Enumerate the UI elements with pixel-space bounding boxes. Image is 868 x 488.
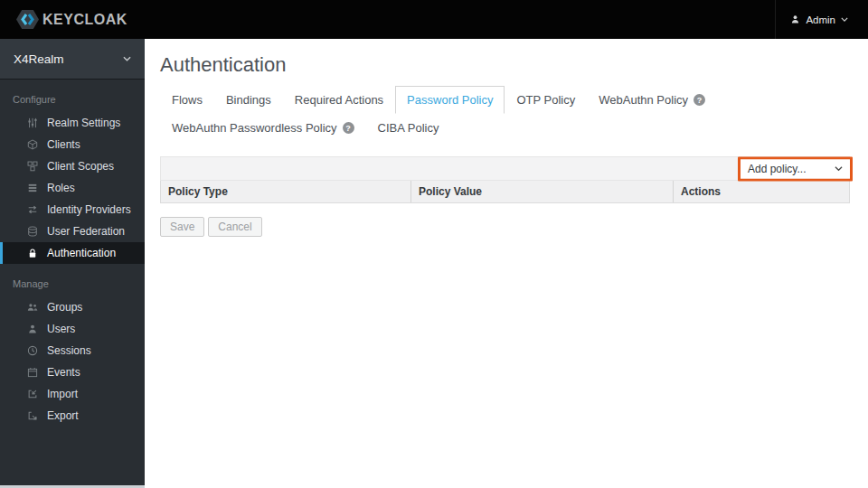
chevron-down-icon xyxy=(841,17,848,22)
cancel-button[interactable]: Cancel xyxy=(208,217,261,237)
cube-icon xyxy=(26,139,39,150)
help-icon[interactable]: ? xyxy=(343,122,354,134)
sidebar-item-label: User Federation xyxy=(47,225,125,238)
keycloak-logo[interactable]: KEYCLOAK xyxy=(0,7,127,32)
sidebar-item-export[interactable]: Export xyxy=(0,405,145,427)
add-policy-select[interactable]: Add policy... xyxy=(741,159,850,178)
sidebar-item-sessions[interactable]: Sessions xyxy=(0,340,145,361)
tab-required-actions[interactable]: Required Actions xyxy=(283,86,395,114)
brand-text: KEYCLOAK xyxy=(42,12,127,28)
tab-label: WebAuthn Policy xyxy=(599,93,688,107)
list-bars-icon xyxy=(26,183,39,193)
sidebar-item-label: Clients xyxy=(47,138,80,151)
sidebar-item-label: Groups xyxy=(47,301,82,314)
column-header-actions: Actions xyxy=(674,181,849,202)
sidebar-item-label: Authentication xyxy=(47,247,116,259)
sidebar-item-identity-providers[interactable]: Identity Providers xyxy=(0,199,145,221)
tab-bindings[interactable]: Bindings xyxy=(214,86,283,114)
chevron-down-icon xyxy=(123,56,131,61)
form-actions: Save Cancel xyxy=(160,217,850,237)
tab-label: Flows xyxy=(172,93,203,107)
import-icon xyxy=(26,389,39,399)
sidebar-section-manage: Manage xyxy=(0,264,145,296)
tab-webauthn-policy[interactable]: WebAuthn Policy ? xyxy=(587,86,717,114)
tab-label: Bindings xyxy=(226,93,271,107)
save-button[interactable]: Save xyxy=(160,217,204,237)
add-policy-highlight: Add policy... xyxy=(738,156,853,181)
add-policy-select-value: Add policy... xyxy=(748,163,806,175)
policy-table-toolbar: Add policy... xyxy=(160,156,850,181)
sidebar-item-users[interactable]: Users xyxy=(0,318,145,340)
tab-ciba-policy[interactable]: CIBA Policy xyxy=(366,114,451,142)
sidebar-item-authentication[interactable]: Authentication xyxy=(0,242,145,264)
sidebar-item-clients[interactable]: Clients xyxy=(0,134,145,155)
tab-label: WebAuthn Passwordless Policy xyxy=(172,121,337,135)
tab-label: CIBA Policy xyxy=(378,121,439,135)
password-policy-panel: Add policy... Policy Type Policy Value A… xyxy=(160,156,850,237)
sidebar-item-label: Realm Settings xyxy=(47,117,120,129)
tab-otp-policy[interactable]: OTP Policy xyxy=(505,86,587,114)
column-header-policy-value: Policy Value xyxy=(411,181,674,202)
tab-label: Required Actions xyxy=(295,93,383,107)
page-body: X4Realm Configure Realm Settings xyxy=(0,39,868,488)
sidebar-item-realm-settings[interactable]: Realm Settings xyxy=(0,112,145,134)
tab-bar: Flows Bindings Required Actions Password… xyxy=(160,86,850,142)
sliders-icon xyxy=(26,117,39,128)
sidebar-item-user-federation[interactable]: User Federation xyxy=(0,221,145,242)
exchange-arrows-icon xyxy=(26,204,39,215)
keycloak-logo-icon xyxy=(15,7,40,32)
sidebar-item-groups[interactable]: Groups xyxy=(0,296,145,318)
sidebar-item-label: Users xyxy=(47,323,75,335)
cubes-icon xyxy=(26,161,39,172)
page-title: Authentication xyxy=(160,53,850,77)
realm-selector-label: X4Realm xyxy=(14,52,64,66)
sidebar-section-configure: Configure xyxy=(0,80,145,112)
user-icon xyxy=(26,324,39,334)
user-icon xyxy=(790,14,800,24)
user-menu[interactable]: Admin xyxy=(775,0,868,39)
column-header-policy-type: Policy Type xyxy=(161,181,411,202)
tab-flows[interactable]: Flows xyxy=(160,86,214,114)
policy-table-header: Policy Type Policy Value Actions xyxy=(160,180,850,203)
sidebar-item-label: Identity Providers xyxy=(47,203,131,216)
export-icon xyxy=(26,410,39,421)
topbar: KEYCLOAK Admin xyxy=(0,0,868,39)
tab-webauthn-passwordless-policy[interactable]: WebAuthn Passwordless Policy ? xyxy=(160,114,366,142)
sidebar-item-events[interactable]: Events xyxy=(0,361,145,383)
sidebar-item-label: Events xyxy=(47,366,80,379)
calendar-icon xyxy=(26,367,39,378)
lock-icon xyxy=(26,248,39,258)
tab-label: Password Policy xyxy=(407,93,493,107)
group-icon xyxy=(26,302,39,313)
sidebar-item-label: Export xyxy=(47,409,79,422)
tab-label: OTP Policy xyxy=(516,93,575,107)
sidebar-item-label: Sessions xyxy=(47,344,91,357)
clock-icon xyxy=(26,345,39,356)
tab-password-policy[interactable]: Password Policy xyxy=(395,86,505,114)
sidebar: X4Realm Configure Realm Settings xyxy=(0,39,145,488)
sidebar-item-client-scopes[interactable]: Client Scopes xyxy=(0,155,145,177)
user-menu-label: Admin xyxy=(806,14,835,25)
sidebar-item-label: Client Scopes xyxy=(47,160,114,173)
realm-selector[interactable]: X4Realm xyxy=(0,39,145,80)
sidebar-item-label: Roles xyxy=(47,182,75,194)
help-icon[interactable]: ? xyxy=(693,94,705,106)
main-content: Authentication Flows Bindings Required A… xyxy=(145,39,868,488)
database-icon xyxy=(26,226,39,237)
chevron-down-icon xyxy=(835,166,843,172)
sidebar-item-import[interactable]: Import xyxy=(0,383,145,405)
sidebar-item-roles[interactable]: Roles xyxy=(0,177,145,199)
sidebar-item-label: Import xyxy=(47,388,78,400)
